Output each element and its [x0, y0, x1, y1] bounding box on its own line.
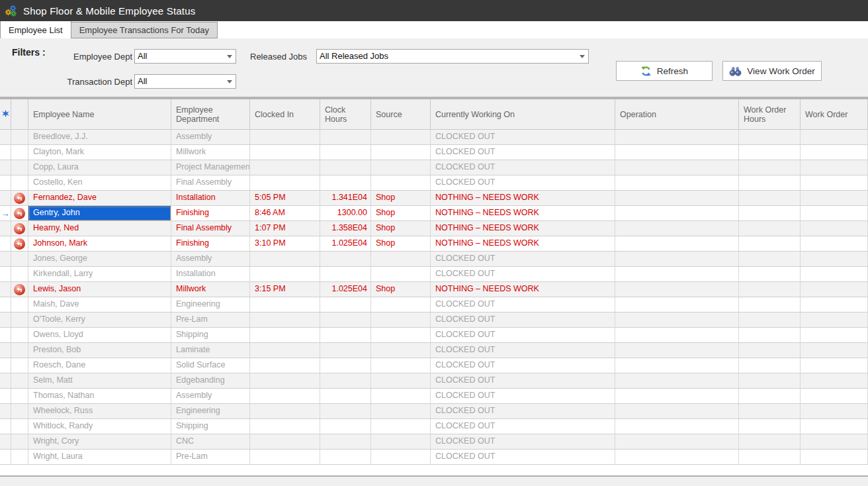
cell-operation[interactable] — [615, 206, 739, 221]
cell-clocked_in[interactable] — [250, 404, 320, 419]
cell-operation[interactable] — [615, 130, 739, 145]
cell-department[interactable]: Laminate — [171, 343, 250, 358]
cell-work_order_hours[interactable] — [739, 206, 801, 221]
cell-operation[interactable] — [615, 145, 739, 160]
cell-work_order_hours[interactable] — [739, 236, 801, 252]
cell-work_order_hours[interactable] — [739, 221, 801, 236]
cell-status_icon[interactable] — [11, 404, 28, 419]
cell-working_on[interactable]: CLOCKED OUT — [431, 419, 615, 434]
cell-source[interactable] — [371, 160, 431, 175]
cell-status_icon[interactable] — [11, 145, 28, 160]
cell-working_on[interactable]: CLOCKED OUT — [431, 313, 615, 328]
cell-indicator[interactable] — [0, 297, 11, 313]
cell-status_icon[interactable] — [11, 252, 28, 267]
cell-clock_hours[interactable] — [320, 175, 371, 191]
table-row[interactable]: Roesch, DaneSolid SurfaceCLOCKED OUT — [0, 358, 868, 373]
cell-working_on[interactable]: CLOCKED OUT — [431, 358, 615, 373]
employee-dept-dropdown[interactable]: All — [134, 49, 236, 64]
cell-operation[interactable] — [615, 434, 739, 450]
cell-working_on[interactable]: CLOCKED OUT — [431, 267, 615, 282]
cell-working_on[interactable]: CLOCKED OUT — [431, 160, 615, 175]
cell-indicator[interactable] — [0, 130, 11, 145]
cell-operation[interactable] — [615, 297, 739, 313]
cell-name[interactable]: Hearny, Ned — [28, 221, 171, 236]
cell-work_order[interactable] — [801, 160, 868, 175]
cell-source[interactable]: Shop — [371, 282, 431, 297]
cell-clocked_in[interactable]: 8:46 AM — [250, 206, 320, 221]
cell-source[interactable] — [371, 404, 431, 419]
cell-working_on[interactable]: CLOCKED OUT — [431, 404, 615, 419]
cell-department[interactable]: Installation — [171, 267, 250, 282]
table-row[interactable]: Selm, MattEdgebandingCLOCKED OUT — [0, 373, 868, 389]
view-work-order-button[interactable]: View Work Order — [722, 61, 822, 81]
cell-working_on[interactable]: NOTHING – NEEDS WORK — [431, 221, 615, 236]
cell-source[interactable]: Shop — [371, 236, 431, 252]
cell-indicator[interactable]: → — [0, 206, 11, 221]
cell-clock_hours[interactable] — [320, 358, 371, 373]
cell-clock_hours[interactable] — [320, 373, 371, 389]
cell-source[interactable] — [371, 389, 431, 404]
cell-indicator[interactable] — [0, 343, 11, 358]
cell-clocked_in[interactable] — [250, 130, 320, 145]
cell-operation[interactable] — [615, 236, 739, 252]
cell-clock_hours[interactable]: 1.025E04 — [320, 236, 371, 252]
cell-work_order[interactable] — [801, 267, 868, 282]
cell-source[interactable] — [371, 328, 431, 343]
cell-status_icon[interactable] — [11, 389, 28, 404]
cell-name[interactable]: Wright, Laura — [28, 450, 171, 465]
cell-name[interactable]: Wright, Cory — [28, 434, 171, 450]
cell-operation[interactable] — [615, 343, 739, 358]
cell-working_on[interactable]: CLOCKED OUT — [431, 297, 615, 313]
cell-clock_hours[interactable] — [320, 145, 371, 160]
table-row[interactable]: Whitlock, RandyShippingCLOCKED OUT — [0, 419, 868, 434]
cell-work_order[interactable] — [801, 389, 868, 404]
table-row[interactable]: Kirkendall, LarryInstallationCLOCKED OUT — [0, 267, 868, 282]
cell-source[interactable] — [371, 343, 431, 358]
cell-department[interactable]: Millwork — [171, 145, 250, 160]
cell-work_order[interactable] — [801, 297, 868, 313]
cell-work_order_hours[interactable] — [739, 130, 801, 145]
cell-clock_hours[interactable] — [320, 389, 371, 404]
cell-indicator[interactable] — [0, 221, 11, 236]
cell-department[interactable]: Pre-Lam — [171, 450, 250, 465]
cell-name[interactable]: Gentry, John — [28, 206, 171, 221]
cell-working_on[interactable]: CLOCKED OUT — [431, 343, 615, 358]
cell-name[interactable]: Owens, Lloyd — [28, 328, 171, 343]
cell-work_order[interactable] — [801, 282, 868, 297]
column-header-operation[interactable]: Operation — [615, 99, 739, 130]
cell-work_order[interactable] — [801, 221, 868, 236]
cell-clock_hours[interactable] — [320, 160, 371, 175]
cell-work_order[interactable] — [801, 343, 868, 358]
cell-operation[interactable] — [615, 252, 739, 267]
cell-work_order_hours[interactable] — [739, 267, 801, 282]
table-row[interactable]: Lewis, JasonMillwork3:15 PM1.025E04ShopN… — [0, 282, 868, 297]
cell-department[interactable]: Millwork — [171, 282, 250, 297]
table-row[interactable]: Johnson, MarkFinishing3:10 PM1.025E04Sho… — [0, 236, 868, 252]
cell-source[interactable]: Shop — [371, 221, 431, 236]
tab-employee-transactions[interactable]: Employee Transactions For Today — [71, 22, 218, 38]
cell-source[interactable] — [371, 419, 431, 434]
cell-status_icon[interactable] — [11, 130, 28, 145]
cell-clocked_in[interactable] — [250, 328, 320, 343]
cell-work_order_hours[interactable] — [739, 434, 801, 450]
cell-indicator[interactable] — [0, 160, 11, 175]
chevron-down-icon[interactable] — [224, 50, 236, 63]
table-row[interactable]: Breedlove, J.J.AssemblyCLOCKED OUT — [0, 130, 868, 145]
cell-clock_hours[interactable]: 1.025E04 — [320, 282, 371, 297]
cell-operation[interactable] — [615, 328, 739, 343]
refresh-button[interactable]: Refresh — [616, 61, 713, 81]
cell-source[interactable] — [371, 252, 431, 267]
cell-indicator[interactable] — [0, 313, 11, 328]
cell-work_order_hours[interactable] — [739, 191, 801, 206]
cell-clock_hours[interactable] — [320, 343, 371, 358]
cell-indicator[interactable] — [0, 373, 11, 389]
cell-operation[interactable] — [615, 389, 739, 404]
cell-clocked_in[interactable] — [250, 434, 320, 450]
cell-work_order_hours[interactable] — [739, 297, 801, 313]
cell-clock_hours[interactable]: 1300.00 — [320, 206, 371, 221]
cell-working_on[interactable]: CLOCKED OUT — [431, 252, 615, 267]
tab-employee-list[interactable]: Employee List — [0, 21, 71, 38]
cell-work_order[interactable] — [801, 130, 868, 145]
cell-working_on[interactable]: NOTHING – NEEDS WORK — [431, 282, 615, 297]
cell-status_icon[interactable] — [11, 313, 28, 328]
